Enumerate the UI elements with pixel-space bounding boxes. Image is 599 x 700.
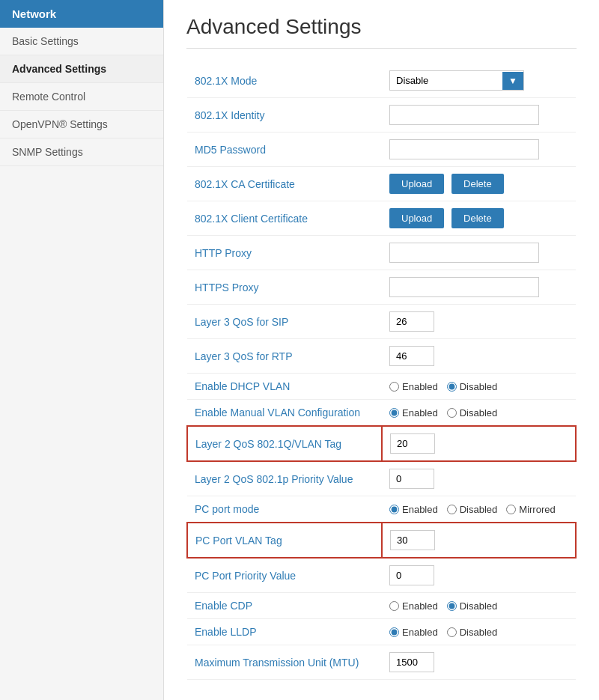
row-client-cert: 802.1X Client Certificate Upload Delete [187, 201, 576, 236]
input-mtu[interactable] [389, 652, 434, 672]
value-enable-cdp: Enabled Disabled [382, 593, 576, 619]
select-arrow-icon: ▼ [502, 72, 523, 90]
radio-enable-lldp: Enabled Disabled [389, 627, 568, 638]
input-layer3-sip[interactable] [389, 311, 434, 332]
input-pc-vlan-tag[interactable] [390, 530, 435, 550]
row-layer2-vlan-tag: Layer 2 QoS 802.1Q/VLAN Tag [187, 426, 576, 461]
radio-pc-port-mode-disabled[interactable] [447, 505, 457, 514]
input-layer3-rtp[interactable] [389, 346, 434, 366]
row-8021x-mode: 802.1X Mode Disable EAP-MD5 EAP-TLS ▼ [187, 64, 576, 98]
delete-ca-cert-button[interactable]: Delete [451, 174, 504, 194]
label-dhcp-vlan: Enable DHCP VLAN [187, 374, 382, 400]
input-http-proxy[interactable] [389, 243, 539, 263]
value-md5-password [382, 133, 576, 167]
sidebar-item-snmp-settings[interactable]: SNMP Settings [0, 139, 163, 166]
radio-cdp-disabled[interactable] [447, 601, 457, 611]
upload-client-cert-button[interactable]: Upload [389, 208, 444, 228]
sidebar-item-advanced-settings[interactable]: Advanced Settings [0, 55, 163, 83]
radio-lldp-enabled[interactable] [389, 627, 399, 637]
settings-table: 802.1X Mode Disable EAP-MD5 EAP-TLS ▼ 80… [186, 64, 577, 680]
radio-pc-port-mode: Enabled Disabled Mirrored [389, 504, 568, 515]
sidebar-item-remote-control[interactable]: Remote Control [0, 83, 163, 111]
row-enable-lldp: Enable LLDP Enabled Disabled [187, 619, 576, 645]
radio-manual-vlan-disabled[interactable] [447, 408, 457, 418]
label-http-proxy: HTTP Proxy [187, 236, 382, 270]
upload-ca-cert-button[interactable]: Upload [389, 174, 444, 194]
input-layer2-priority[interactable] [389, 469, 434, 489]
radio-manual-vlan-disabled-label[interactable]: Disabled [447, 407, 498, 419]
label-pc-priority: PC Port Priority Value [187, 558, 382, 593]
radio-pc-port-mode-mirrored-label[interactable]: Mirrored [506, 504, 555, 515]
radio-lldp-enabled-label[interactable]: Enabled [389, 627, 438, 638]
label-mtu: Maximum Transmission Unit (MTU) [187, 645, 382, 680]
radio-cdp-disabled-label[interactable]: Disabled [447, 600, 498, 612]
label-8021x-mode: 802.1X Mode [187, 64, 382, 98]
value-8021x-mode: Disable EAP-MD5 EAP-TLS ▼ [382, 64, 576, 98]
label-md5-password: MD5 Password [187, 133, 382, 167]
radio-lldp-disabled-text: Disabled [460, 627, 498, 638]
delete-client-cert-button[interactable]: Delete [451, 208, 504, 228]
value-https-proxy [382, 270, 576, 305]
radio-dhcp-vlan-disabled[interactable] [447, 382, 457, 392]
value-mtu [382, 645, 576, 680]
value-http-proxy [382, 236, 576, 270]
radio-pc-port-mode-mirrored-text: Mirrored [519, 504, 555, 515]
row-8021x-identity: 802.1X Identity [187, 98, 576, 133]
label-enable-lldp: Enable LLDP [187, 619, 382, 645]
value-8021x-identity [382, 98, 576, 133]
radio-manual-vlan-enabled[interactable] [389, 408, 399, 418]
radio-lldp-disabled[interactable] [447, 627, 457, 637]
label-layer2-priority: Layer 2 QoS 802.1p Priority Value [187, 461, 382, 496]
value-pc-port-mode: Enabled Disabled Mirrored [382, 496, 576, 523]
radio-cdp-enabled-label[interactable]: Enabled [389, 600, 438, 612]
row-manual-vlan: Enable Manual VLAN Configuration Enabled… [187, 400, 576, 427]
radio-cdp-enabled[interactable] [389, 601, 399, 611]
label-ca-cert: 802.1X CA Certificate [187, 167, 382, 201]
value-pc-vlan-tag [382, 523, 576, 558]
row-dhcp-vlan: Enable DHCP VLAN Enabled Disabled [187, 374, 576, 400]
value-dhcp-vlan: Enabled Disabled [382, 374, 576, 400]
value-ca-cert: Upload Delete [382, 167, 576, 201]
radio-pc-port-mode-enabled[interactable] [389, 505, 399, 514]
row-enable-cdp: Enable CDP Enabled Disabled [187, 593, 576, 619]
radio-manual-vlan-enabled-label[interactable]: Enabled [389, 407, 438, 419]
value-enable-lldp: Enabled Disabled [382, 619, 576, 645]
radio-pc-port-mode-disabled-label[interactable]: Disabled [447, 504, 498, 515]
input-https-proxy[interactable] [389, 277, 539, 297]
label-pc-vlan-tag: PC Port VLAN Tag [187, 523, 382, 558]
row-layer3-sip: Layer 3 QoS for SIP [187, 305, 576, 339]
value-layer3-rtp [382, 339, 576, 374]
value-pc-priority [382, 558, 576, 593]
label-layer3-rtp: Layer 3 QoS for RTP [187, 339, 382, 374]
radio-pc-port-mode-disabled-text: Disabled [460, 504, 498, 515]
main-content: Advanced Settings 802.1X Mode Disable EA… [164, 0, 599, 700]
sidebar-network-header[interactable]: Network [0, 0, 163, 28]
radio-lldp-disabled-label[interactable]: Disabled [447, 627, 498, 638]
radio-dhcp-vlan-enabled[interactable] [389, 382, 399, 392]
select-wrap-8021x-mode[interactable]: Disable EAP-MD5 EAP-TLS ▼ [389, 70, 524, 91]
input-pc-priority[interactable] [389, 565, 434, 585]
sidebar-item-basic-settings[interactable]: Basic Settings [0, 28, 163, 55]
input-8021x-identity[interactable] [389, 105, 539, 125]
label-https-proxy: HTTPS Proxy [187, 270, 382, 305]
select-8021x-mode[interactable]: Disable EAP-MD5 EAP-TLS [390, 71, 502, 90]
radio-pc-port-mode-enabled-text: Enabled [402, 504, 438, 515]
radio-enable-cdp: Enabled Disabled [389, 600, 568, 612]
radio-dhcp-vlan-enabled-text: Enabled [402, 381, 438, 392]
sidebar-item-openvpn-settings[interactable]: OpenVPN® Settings [0, 111, 163, 139]
row-https-proxy: HTTPS Proxy [187, 270, 576, 305]
label-client-cert: 802.1X Client Certificate [187, 201, 382, 236]
radio-pc-port-mode-mirrored[interactable] [506, 505, 516, 514]
title-divider [186, 48, 577, 49]
radio-cdp-enabled-text: Enabled [402, 600, 438, 612]
radio-dhcp-vlan-enabled-label[interactable]: Enabled [389, 381, 438, 392]
label-layer3-sip: Layer 3 QoS for SIP [187, 305, 382, 339]
radio-dhcp-vlan-disabled-label[interactable]: Disabled [447, 381, 498, 392]
label-manual-vlan: Enable Manual VLAN Configuration [187, 400, 382, 427]
radio-pc-port-mode-enabled-label[interactable]: Enabled [389, 504, 438, 515]
row-mtu: Maximum Transmission Unit (MTU) [187, 645, 576, 680]
radio-manual-vlan-enabled-text: Enabled [402, 407, 438, 419]
radio-lldp-enabled-text: Enabled [402, 627, 438, 638]
input-md5-password[interactable] [389, 139, 539, 159]
input-layer2-vlan-tag[interactable] [390, 433, 435, 454]
